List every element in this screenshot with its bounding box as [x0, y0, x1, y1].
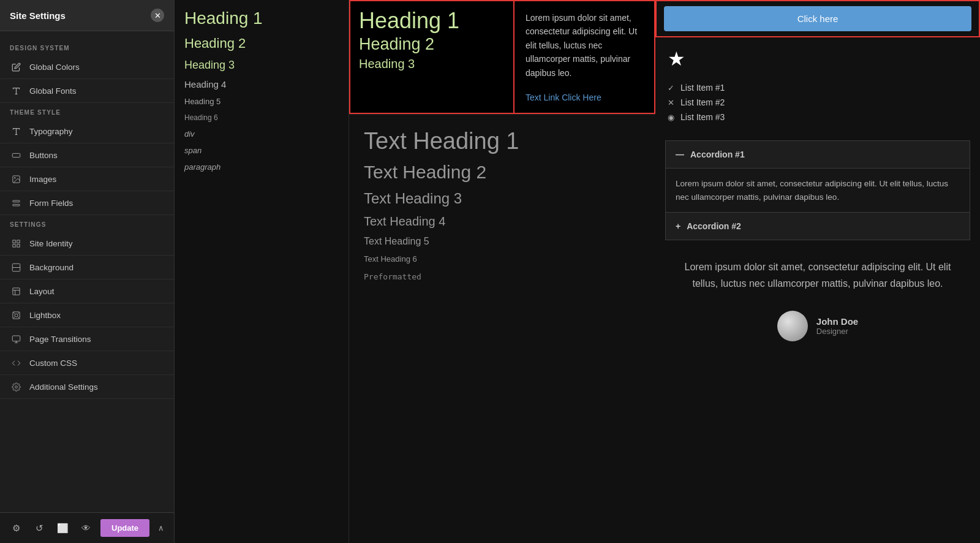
sidebar-item-lightbox[interactable]: Lightbox [0, 303, 174, 327]
buttons-icon [10, 149, 22, 161]
text-heading-6: Text Heading 6 [364, 251, 641, 267]
center-panel: Heading 1 Heading 2 Heading 3 Lorem ipsu… [349, 0, 655, 543]
device-icon[interactable]: ⬜ [54, 520, 71, 537]
svg-line-21 [18, 312, 20, 314]
close-button[interactable]: ✕ [151, 9, 164, 22]
accordion-1-header[interactable]: — Accordion #1 [666, 141, 970, 168]
design-system-label: DESIGN SYSTEM [0, 39, 174, 55]
svg-rect-6 [12, 204, 19, 206]
el-paragraph[interactable]: paragraph [175, 159, 349, 175]
accordion-1-collapse-icon: — [676, 150, 684, 159]
sidebar-item-typography[interactable]: Typography [0, 120, 174, 143]
svg-rect-13 [12, 287, 19, 294]
form-fields-icon [10, 197, 22, 209]
main-content: Heading 1 Heading 2 Heading 3 Heading 4 … [175, 0, 980, 543]
custom-css-icon [10, 357, 22, 369]
svg-rect-9 [12, 244, 15, 246]
el-span[interactable]: span [175, 142, 349, 159]
el-heading6[interactable]: Heading 6 [175, 110, 349, 126]
list-item-3-label: List Item #3 [680, 112, 725, 122]
global-colors-label: Global Colors [29, 63, 80, 72]
text-heading-3: Text Heading 3 [364, 186, 641, 211]
sidebar-item-layout[interactable]: Layout [0, 279, 174, 303]
images-icon [10, 173, 22, 185]
history-icon[interactable]: ↺ [31, 520, 48, 537]
expand-icon[interactable]: ∧ [158, 523, 164, 533]
typography-label: Typography [29, 127, 73, 136]
star-icon: ★ [668, 48, 685, 70]
accordion-2-header[interactable]: + Accordion #2 [666, 212, 970, 240]
quote-section: Lorem ipsum dolor sit amet, consectetur … [655, 246, 980, 304]
sidebar-footer: ⚙ ↺ ⬜ 👁 Update ∧ [0, 512, 174, 543]
layout-icon [10, 285, 22, 297]
sidebar-item-images[interactable]: Images [0, 167, 174, 191]
avatar [777, 311, 808, 341]
text-heading-5: Text Heading 5 [364, 232, 641, 251]
update-button[interactable]: Update [100, 519, 149, 537]
el-heading1[interactable]: Heading 1 [175, 5, 349, 32]
circle-icon: ◉ [668, 113, 674, 122]
preview-icon[interactable]: 👁 [77, 520, 94, 537]
sidebar-item-global-fonts[interactable]: Global Fonts [0, 79, 174, 103]
list-item-1-label: List Item #1 [680, 83, 725, 93]
svg-line-20 [13, 317, 15, 319]
page-transitions-label: Page Transitions [29, 335, 91, 344]
accordion-2-expand-icon: + [676, 221, 680, 231]
text-link[interactable]: Text Link Click Here [526, 93, 601, 102]
svg-rect-5 [12, 200, 19, 202]
top-row: Heading 1 Heading 2 Heading 3 Lorem ipsu… [349, 0, 655, 115]
heading3-display: Heading 3 [359, 55, 505, 72]
sidebar-item-global-colors[interactable]: Global Colors [0, 55, 174, 79]
click-here-button[interactable]: Click here [664, 6, 971, 31]
settings-label: SETTINGS [0, 215, 174, 232]
site-identity-label: Site Identity [29, 239, 73, 248]
custom-css-label: Custom CSS [29, 359, 77, 368]
lorem-text: Lorem ipsum dolor sit amet, consectetur … [526, 11, 643, 80]
star-section: ★ [655, 37, 980, 80]
checkmark-icon: ✓ [668, 83, 674, 93]
right-panel: Click here ★ ✓ List Item #1 ✕ List Item … [655, 0, 980, 543]
sidebar-content: DESIGN SYSTEM Global Colors Global Fonts… [0, 31, 174, 512]
heading1-display: Heading 1 [359, 7, 505, 34]
el-heading2[interactable]: Heading 2 [175, 32, 349, 55]
theme-style-label: THEME STYLE [0, 103, 174, 120]
svg-rect-2 [12, 153, 20, 157]
additional-settings-label: Additional Settings [29, 382, 98, 392]
site-identity-icon [10, 237, 22, 249]
sidebar-item-custom-css[interactable]: Custom CSS [0, 351, 174, 375]
lorem-block: Lorem ipsum dolor sit amet, consectetur … [514, 0, 655, 114]
svg-point-4 [14, 177, 15, 178]
sidebar-item-page-transitions[interactable]: Page Transitions [0, 327, 174, 351]
el-div[interactable]: div [175, 126, 349, 142]
typography-icon [10, 125, 22, 137]
el-heading4[interactable]: Heading 4 [175, 75, 349, 93]
list-section: ✓ List Item #1 ✕ List Item #2 ◉ List Ite… [655, 80, 980, 134]
text-heading-2: Text Heading 2 [364, 158, 641, 186]
page-transitions-icon [10, 333, 22, 345]
sidebar-header: Site Settings ✕ [0, 0, 174, 31]
svg-rect-7 [12, 240, 15, 242]
svg-rect-22 [12, 335, 20, 341]
sidebar-item-site-identity[interactable]: Site Identity [0, 232, 174, 256]
author-role: Designer [816, 327, 858, 336]
images-label: Images [29, 175, 56, 184]
headings-block: Heading 1 Heading 2 Heading 3 [349, 0, 514, 114]
accordion-section: — Accordion #1 Lorem ipsum dolor sit ame… [665, 140, 970, 240]
el-heading3[interactable]: Heading 3 [175, 55, 349, 75]
el-heading5[interactable]: Heading 5 [175, 93, 349, 110]
global-fonts-label: Global Fonts [29, 86, 77, 96]
svg-rect-8 [17, 240, 19, 242]
settings-icon[interactable]: ⚙ [7, 520, 24, 537]
form-fields-label: Form Fields [29, 199, 73, 208]
text-heading-4: Text Heading 4 [364, 211, 641, 232]
accordion-2-title: Accordion #2 [687, 221, 741, 231]
sidebar-item-form-fields[interactable]: Form Fields [0, 191, 174, 215]
author-name: John Doe [816, 316, 858, 327]
sidebar-item-additional-settings[interactable]: Additional Settings [0, 375, 174, 399]
accordion-1-text: Lorem ipsum dolor sit amet, consectetur … [676, 179, 948, 202]
list-item-2: ✕ List Item #2 [668, 95, 968, 110]
sidebar-item-buttons[interactable]: Buttons [0, 143, 174, 167]
sidebar-item-background[interactable]: Background [0, 256, 174, 279]
click-here-section: Click here [655, 0, 980, 37]
additional-settings-icon [10, 381, 22, 393]
